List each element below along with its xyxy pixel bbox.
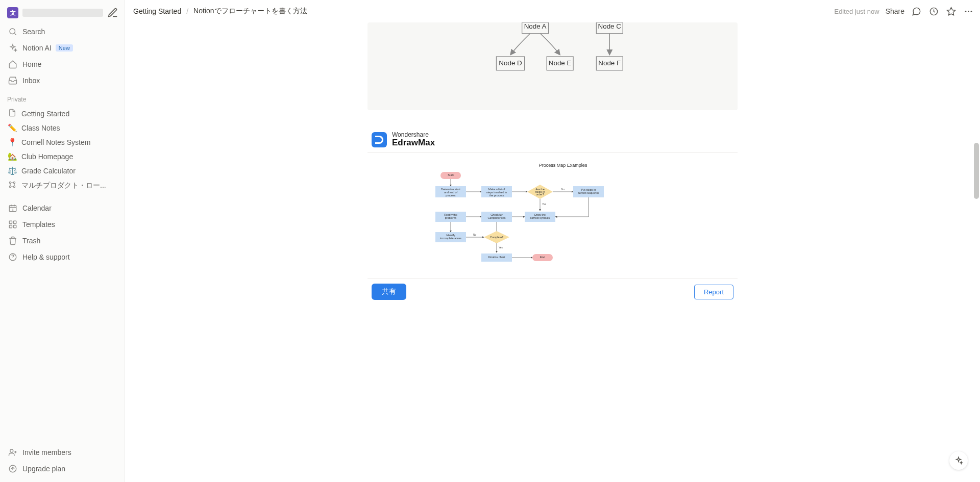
node-e-text: Node E [549, 59, 572, 67]
sidebar-page-class-notes[interactable]: ✏️ Class Notes [0, 121, 125, 135]
sidebar-templates-label: Templates [22, 220, 55, 229]
edraw-report-button[interactable]: Report [694, 285, 733, 299]
sparkle-icon [7, 42, 18, 54]
inbox-icon [7, 75, 18, 86]
sidebar-page-club[interactable]: 🏡 Club Homepage [0, 149, 125, 164]
edraw-header: Wondershare EdrawMax [368, 132, 738, 153]
sidebar-help[interactable]: Help & support [0, 249, 125, 265]
svg-point-2 [13, 182, 15, 183]
trash-icon [7, 235, 18, 246]
star-icon[interactable] [945, 6, 957, 17]
pm-complete: Complete? [489, 236, 503, 239]
sidebar-page-label: Cornell Notes System [21, 138, 90, 146]
svg-marker-15 [947, 7, 955, 15]
workspace-icon: 文 [7, 7, 18, 18]
invite-icon [7, 447, 18, 458]
pm-no2: No [473, 233, 476, 236]
sidebar-page-label: Grade Calculator [21, 167, 76, 175]
sidebar-calendar-label: Calendar [22, 204, 52, 212]
pm-end: End [540, 256, 545, 259]
process-map-canvas[interactable]: Process Map Examples Start Determine sta… [368, 153, 738, 278]
sidebar-trash[interactable]: Trash [0, 233, 125, 249]
svg-rect-7 [9, 221, 12, 223]
breadcrumb-parent[interactable]: Getting Started [131, 6, 183, 16]
svg-point-1 [9, 182, 11, 183]
sidebar-page-multi[interactable]: マルチプロダクト・ロー... [0, 178, 125, 193]
svg-rect-9 [9, 225, 12, 228]
new-badge: New [56, 44, 73, 52]
breadcrumb-separator: / [186, 7, 188, 15]
svg-rect-8 [14, 221, 16, 223]
workspace-switcher[interactable]: 文 [0, 4, 125, 23]
comments-icon[interactable] [911, 6, 922, 17]
more-icon[interactable] [963, 6, 974, 17]
emoji-icon [7, 181, 17, 190]
edraw-footer: 共有 Report [368, 278, 738, 308]
sidebar-page-label: Club Homepage [21, 153, 73, 161]
edraw-share-button[interactable]: 共有 [372, 284, 406, 300]
sidebar-inbox-label: Inbox [22, 77, 40, 85]
svg-point-16 [965, 11, 966, 12]
breadcrumb-current[interactable]: Notionでフローチャートを書く方法 [191, 6, 309, 17]
node-a-text: Node A [524, 22, 547, 30]
pm-start: Start [448, 174, 454, 177]
pm-yes1: Yes [542, 202, 546, 206]
pm-yes2: Yes [498, 246, 503, 249]
svg-point-12 [10, 449, 13, 452]
sidebar-home[interactable]: Home [0, 56, 125, 72]
sidebar-search-label: Search [22, 28, 45, 36]
pm-finalize: Finalize chart [488, 256, 505, 259]
edraw-brand-name1: Wondershare [392, 132, 435, 138]
emoji-icon: 🏡 [7, 152, 17, 161]
emoji-icon: ⚖️ [7, 166, 17, 175]
sidebar-calendar[interactable]: 6 Calendar [0, 200, 125, 216]
home-icon [7, 59, 18, 70]
pm-order: Are thesteps inorder? [535, 188, 545, 196]
sidebar-trash-label: Trash [22, 237, 40, 245]
sidebar-notion-ai[interactable]: Notion AI New [0, 40, 125, 56]
svg-point-0 [10, 29, 15, 34]
node-d-text: Node D [499, 59, 522, 67]
sidebar: 文 Search Notion AI New Home Inbox Privat… [0, 0, 125, 482]
node-c-text: Node C [598, 22, 622, 30]
node-f-text: Node F [598, 59, 621, 67]
sidebar-page-grade[interactable]: ⚖️ Grade Calculator [0, 164, 125, 178]
svg-point-18 [970, 11, 972, 12]
share-button[interactable]: Share [886, 7, 904, 15]
svg-point-3 [9, 186, 11, 187]
edrawmax-embed: Wondershare EdrawMax Process Map Example… [368, 132, 738, 278]
upgrade-icon [7, 463, 18, 474]
sidebar-home-label: Home [22, 60, 41, 68]
sidebar-inbox[interactable]: Inbox [0, 72, 125, 89]
main-content: Getting Started / Notionでフローチャートを書く方法 Ed… [125, 0, 980, 482]
sidebar-search[interactable]: Search [0, 23, 125, 40]
page-icon [7, 109, 17, 118]
edraw-brand-name2: EdrawMax [392, 138, 435, 148]
workspace-name-redacted [22, 9, 103, 17]
sidebar-help-label: Help & support [22, 253, 70, 261]
sidebar-page-cornell[interactable]: 📍 Cornell Notes System [0, 135, 125, 149]
scrollbar-thumb[interactable] [974, 143, 979, 199]
sidebar-invite[interactable]: Invite members [0, 444, 125, 461]
compose-icon[interactable] [107, 7, 118, 18]
sidebar-section-private[interactable]: Private [0, 89, 125, 106]
pm-rectify: Rectify theproblems [444, 214, 457, 220]
templates-icon [7, 219, 18, 230]
sidebar-notion-ai-label: Notion AI [22, 44, 52, 52]
edited-timestamp: Edited just now [834, 8, 879, 15]
sidebar-templates[interactable]: Templates [0, 216, 125, 233]
sidebar-upgrade-label: Upgrade plan [22, 465, 65, 473]
sidebar-page-getting-started[interactable]: Getting Started [0, 106, 125, 121]
history-icon[interactable] [928, 6, 939, 17]
ai-fab-button[interactable] [949, 451, 968, 470]
sidebar-page-label: Class Notes [21, 124, 60, 132]
breadcrumb: Getting Started / Notionでフローチャートを書く方法 [131, 6, 309, 17]
mermaid-diagram-block[interactable]: Node A Node C Node D Node E Node F [368, 22, 738, 110]
svg-point-4 [13, 186, 15, 187]
topbar: Getting Started / Notionでフローチャートを書く方法 Ed… [125, 0, 980, 22]
sidebar-upgrade[interactable]: Upgrade plan [0, 461, 125, 477]
sidebar-page-label: マルチプロダクト・ロー... [21, 181, 106, 190]
sidebar-invite-label: Invite members [22, 448, 71, 456]
sidebar-page-label: Getting Started [21, 110, 69, 118]
edraw-logo-icon [372, 132, 387, 147]
